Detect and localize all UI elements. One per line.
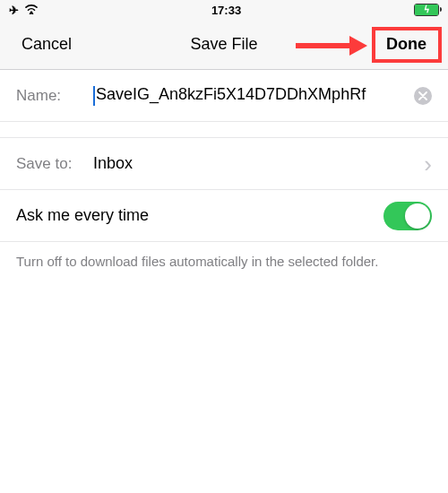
wifi-icon [24, 4, 39, 17]
save-to-row[interactable]: Save to: Inbox › [0, 138, 448, 190]
name-input[interactable]: SaveIG_An8kzFi5X14D7DDhXMphRf [93, 85, 409, 105]
name-label: Name: [16, 87, 93, 105]
airplane-mode-icon: ✈︎ [9, 4, 19, 17]
ask-toggle-label: Ask me every time [16, 206, 149, 225]
charging-icon: ϟ [424, 5, 430, 14]
clear-text-button[interactable] [414, 87, 432, 105]
save-to-value: Inbox [93, 154, 424, 173]
chevron-right-icon: › [424, 152, 432, 176]
ask-toggle-switch[interactable] [383, 202, 432, 230]
close-icon [418, 91, 427, 100]
status-left: ✈︎ [9, 4, 39, 17]
ask-toggle-row: Ask me every time [0, 190, 448, 242]
text-cursor [93, 86, 95, 106]
switch-knob [405, 203, 430, 229]
separator-row [0, 122, 448, 138]
footer-description: Turn off to download files automatically… [0, 242, 448, 281]
battery-icon: ϟ [414, 4, 439, 16]
status-bar: ✈︎ 17:33 ϟ [0, 0, 448, 20]
name-row[interactable]: Name: SaveIG_An8kzFi5X14D7DDhXMphRf [0, 70, 448, 122]
page-title: Save File [190, 35, 257, 54]
cancel-button[interactable]: Cancel [14, 31, 79, 57]
nav-bar: Cancel Save File Done [0, 20, 448, 70]
status-time: 17:33 [211, 4, 241, 17]
done-button[interactable]: Done [379, 31, 434, 57]
svg-point-0 [30, 11, 33, 13]
name-value-text: SaveIG_An8kzFi5X14D7DDhXMphRf [96, 85, 366, 103]
annotation-arrow [296, 38, 367, 54]
save-to-label: Save to: [16, 155, 93, 173]
status-right: ϟ [414, 4, 439, 16]
